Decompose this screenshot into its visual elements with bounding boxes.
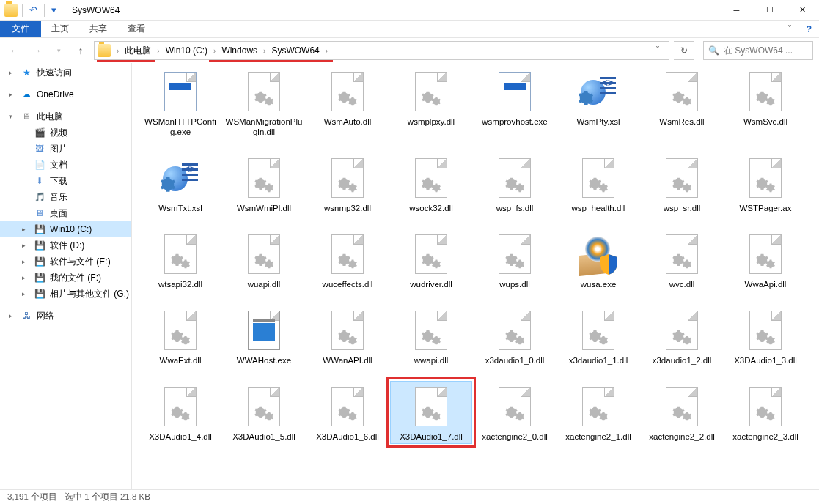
- sidebar-quick-access[interactable]: ▸ ★ 快速访问: [0, 64, 131, 81]
- file-item[interactable]: wusa.exe: [557, 229, 639, 292]
- sidebar-onedrive[interactable]: ▸ ☁ OneDrive: [0, 86, 131, 103]
- help-icon[interactable]: ?: [799, 21, 819, 37]
- up-button[interactable]: ↑: [72, 42, 89, 59]
- maximize-button[interactable]: ☐: [753, 0, 786, 21]
- tab-view[interactable]: 查看: [117, 21, 155, 37]
- file-item[interactable]: WsmAuto.dll: [306, 66, 389, 139]
- sidebar-item[interactable]: 🎵音乐: [0, 189, 131, 205]
- sidebar-item[interactable]: ▸💾我的文件 (F:): [0, 270, 131, 286]
- sidebar-item[interactable]: ▸💾软件 (D:): [0, 237, 131, 253]
- file-item[interactable]: wsp_sr.dll: [641, 152, 723, 215]
- file-item[interactable]: WSManMigrationPlugin.dll: [223, 66, 305, 139]
- sidebar-item[interactable]: ▸💾软件与文件 (E:): [0, 253, 131, 270]
- file-item[interactable]: xactengine2_1.dll: [557, 381, 639, 444]
- chevron-right-icon[interactable]: ›: [212, 47, 217, 55]
- file-item[interactable]: wsnmp32.dll: [306, 152, 389, 215]
- expand-icon[interactable]: ▸: [9, 69, 16, 76]
- crumb-drive[interactable]: Win10 (C:): [161, 42, 212, 59]
- file-icon: [660, 156, 704, 200]
- sidebar-item[interactable]: 🎬视频: [0, 125, 131, 141]
- expand-icon[interactable]: ▸: [22, 290, 29, 297]
- file-list[interactable]: WSManHTTPConfig.exeWSManMigrationPlugin.…: [132, 63, 819, 489]
- file-item[interactable]: wsmprovhost.exe: [474, 66, 556, 139]
- chevron-right-icon[interactable]: ›: [324, 47, 329, 55]
- navigation-pane[interactable]: ▸ ★ 快速访问 ▸ ☁ OneDrive ▾ 🖥 此电脑 🎬视频🖼图片📄文档⬇…: [0, 63, 132, 489]
- file-item[interactable]: wtsapi32.dll: [139, 229, 221, 292]
- undo-icon[interactable]: ↶: [27, 4, 40, 15]
- file-item[interactable]: x3daudio1_2.dll: [641, 305, 723, 368]
- file-label: xactengine2_2.dll: [649, 431, 715, 442]
- sidebar-item[interactable]: 🖥桌面: [0, 205, 131, 221]
- tab-home[interactable]: 主页: [41, 21, 79, 37]
- chevron-right-icon[interactable]: ›: [115, 47, 120, 55]
- recent-dropdown[interactable]: ▾: [50, 42, 67, 59]
- close-button[interactable]: ✕: [786, 0, 819, 21]
- file-item[interactable]: wsock32.dll: [390, 152, 472, 215]
- search-input[interactable]: 🔍 在 SysWOW64 ...: [703, 41, 813, 60]
- file-item[interactable]: X3DAudio1_5.dll: [223, 381, 305, 444]
- file-item[interactable]: <>WsmTxt.xsl: [139, 152, 221, 215]
- file-label: WSManMigrationPlugin.dll: [225, 116, 303, 137]
- crumb-syswow64[interactable]: SysWOW64: [267, 42, 323, 59]
- file-item[interactable]: wuapi.dll: [223, 229, 305, 292]
- expand-icon[interactable]: ▸: [9, 91, 16, 98]
- sidebar-this-pc[interactable]: ▾ 🖥 此电脑: [0, 108, 131, 125]
- file-item[interactable]: WwaExt.dll: [139, 305, 221, 368]
- tab-file[interactable]: 文件: [0, 21, 41, 37]
- file-item[interactable]: X3DAudio1_6.dll: [306, 381, 389, 444]
- chevron-right-icon[interactable]: ›: [155, 47, 161, 55]
- file-item[interactable]: wsmplpxy.dll: [390, 66, 472, 139]
- file-item[interactable]: wuceffects.dll: [306, 229, 389, 292]
- expand-icon[interactable]: ▸: [22, 258, 29, 265]
- expand-icon[interactable]: ▸: [22, 274, 29, 281]
- crumb-thispc[interactable]: 此电脑: [120, 42, 155, 59]
- qat-dropdown-icon[interactable]: ▾: [49, 4, 59, 15]
- expand-icon[interactable]: ▸: [22, 226, 29, 233]
- file-item[interactable]: WsmWmiPl.dll: [223, 152, 305, 215]
- file-item[interactable]: WWAHost.exe: [223, 305, 305, 368]
- file-item[interactable]: wvc.dll: [641, 229, 723, 292]
- expand-icon[interactable]: ▸: [22, 242, 29, 249]
- file-item[interactable]: xactengine2_3.dll: [724, 381, 807, 444]
- sidebar-item[interactable]: ▸💾Win10 (C:): [0, 221, 131, 237]
- file-item[interactable]: xactengine2_2.dll: [641, 381, 723, 444]
- file-item[interactable]: wups.dll: [474, 229, 556, 292]
- file-item[interactable]: WSTPager.ax: [724, 152, 807, 215]
- back-button[interactable]: ←: [6, 42, 23, 59]
- file-item[interactable]: wwapi.dll: [390, 305, 472, 368]
- address-dropdown-icon[interactable]: ˅: [650, 45, 666, 56]
- address-bar[interactable]: › 此电脑 › Win10 (C:) › Windows › SysWOW64 …: [94, 41, 669, 60]
- forward-button[interactable]: →: [28, 42, 45, 59]
- ribbon-expand-icon[interactable]: ˅: [780, 21, 799, 37]
- minimize-button[interactable]: ─: [720, 0, 753, 21]
- crumb-windows[interactable]: Windows: [217, 42, 262, 59]
- file-item[interactable]: wsp_health.dll: [557, 152, 639, 215]
- sidebar-item[interactable]: ⬇下载: [0, 173, 131, 189]
- file-item[interactable]: WsmRes.dll: [641, 66, 723, 139]
- file-item[interactable]: WSManHTTPConfig.exe: [139, 66, 221, 139]
- file-item[interactable]: xactengine2_0.dll: [474, 381, 556, 444]
- file-item[interactable]: X3DAudio1_7.dll: [390, 381, 472, 444]
- sidebar-item[interactable]: 📄文档: [0, 157, 131, 173]
- file-item[interactable]: wudriver.dll: [390, 229, 472, 292]
- file-item[interactable]: WsmSvc.dll: [724, 66, 807, 139]
- file-item[interactable]: wsp_fs.dll: [474, 152, 556, 215]
- quick-access-toolbar: ↶ ▾: [0, 4, 63, 17]
- file-label: WSManHTTPConfig.exe: [142, 116, 219, 137]
- collapse-icon[interactable]: ▾: [9, 113, 16, 120]
- sidebar-network[interactable]: ▸ 🖧 网络: [0, 308, 131, 324]
- file-item[interactable]: X3DAudio1_3.dll: [724, 305, 807, 368]
- file-item[interactable]: WWanAPI.dll: [306, 305, 389, 368]
- sidebar-item[interactable]: 🖼图片: [0, 141, 131, 157]
- file-item[interactable]: <>WsmPty.xsl: [557, 66, 639, 139]
- tab-share[interactable]: 共享: [79, 21, 117, 37]
- refresh-button[interactable]: ↻: [674, 41, 694, 60]
- file-item[interactable]: x3daudio1_0.dll: [474, 305, 556, 368]
- file-item[interactable]: x3daudio1_1.dll: [557, 305, 639, 368]
- file-item[interactable]: WwaApi.dll: [724, 229, 807, 292]
- file-item[interactable]: X3DAudio1_4.dll: [139, 381, 221, 444]
- expand-icon[interactable]: ▸: [9, 312, 16, 319]
- file-label: WsmRes.dll: [659, 116, 704, 127]
- sidebar-item[interactable]: ▸💾相片与其他文件 (G:): [0, 286, 131, 302]
- chevron-right-icon[interactable]: ›: [262, 47, 267, 55]
